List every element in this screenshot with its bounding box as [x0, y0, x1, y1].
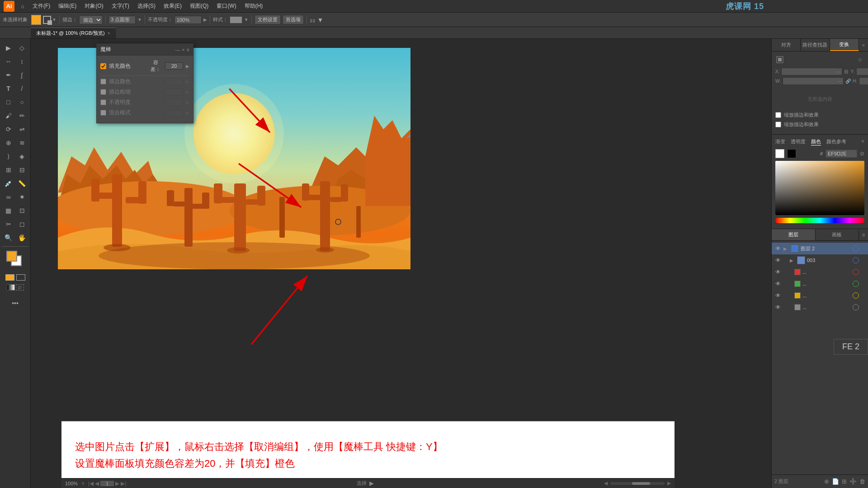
layers-panel-menu[interactable]: ≡	[859, 229, 868, 240]
stroke-color-checkbox[interactable]	[100, 79, 106, 84]
ellipse-tool[interactable]: ○	[16, 96, 28, 108]
symbol-tool[interactable]: ✷	[16, 191, 28, 203]
layer-target[interactable]	[853, 292, 859, 299]
gradient-tab[interactable]: 渐变	[775, 138, 785, 145]
layers-tab[interactable]: 图层	[772, 229, 816, 240]
chart-tool[interactable]: ⊟	[16, 164, 28, 176]
expand-arrow[interactable]: ▶	[790, 258, 795, 263]
layer-target[interactable]	[853, 245, 859, 252]
align-tab[interactable]: 对齐	[772, 39, 801, 51]
scroll-right-btn[interactable]: ▶	[667, 480, 671, 486]
stroke-weight-input[interactable]	[165, 89, 183, 96]
transform-tab[interactable]: 变换	[830, 39, 859, 51]
scale-tool[interactable]: ⊕	[2, 136, 15, 149]
menu-window[interactable]: 窗口(W)	[213, 1, 240, 11]
foreground-color-swatch[interactable]	[6, 251, 17, 262]
x-input[interactable]	[781, 68, 842, 75]
blend-mode-input[interactable]	[165, 109, 183, 117]
hue-slider[interactable]	[775, 218, 864, 223]
stroke-tolerance-input[interactable]	[165, 78, 183, 85]
type-tool[interactable]: T	[2, 82, 15, 95]
opacity-arrow[interactable]: ▶	[203, 17, 207, 22]
fill-color-checkbox[interactable]	[100, 63, 106, 69]
blend-tool[interactable]: ∞	[2, 191, 15, 203]
expand-arrow[interactable]: ▶	[783, 246, 789, 251]
brush-style-arrow[interactable]: ▼	[137, 17, 142, 22]
style-swatch[interactable]	[230, 16, 242, 23]
white-swatch[interactable]	[775, 149, 784, 158]
nav-first[interactable]: |◀	[88, 480, 94, 487]
fill-color-swatch[interactable]	[31, 15, 41, 25]
transparency-tab[interactable]: 透明度	[791, 138, 806, 145]
touch-type-tool[interactable]: ↕	[16, 55, 28, 68]
scale-strokes-checkbox[interactable]	[775, 112, 781, 118]
eye-icon[interactable]: 👁	[774, 268, 782, 276]
warp-tool[interactable]: ≋	[16, 136, 28, 149]
measure-tool[interactable]: 📏	[16, 177, 28, 190]
fill-indicator[interactable]	[5, 274, 14, 281]
fill-tolerance-input[interactable]	[165, 62, 183, 70]
panel-menu-btn[interactable]: ≡	[187, 47, 189, 52]
artboard-tool[interactable]: ⊡	[16, 204, 28, 217]
menu-text[interactable]: 文字(T)	[108, 1, 133, 11]
pencil-tool[interactable]: ✏	[16, 109, 28, 122]
eraser-tool[interactable]: ◻	[16, 218, 28, 230]
direct-select-tool[interactable]: ◇	[16, 42, 28, 54]
home-icon[interactable]: ⌂	[17, 1, 28, 12]
layer-item[interactable]: 👁 ▶ 图层 2	[772, 243, 868, 254]
layer-item[interactable]: 👁 ...	[772, 290, 868, 301]
opacity-input[interactable]	[165, 99, 183, 106]
none-indicator[interactable]: ∅	[16, 284, 24, 291]
stroke-indicator[interactable]: ▼	[43, 16, 57, 24]
reflect-tool[interactable]: ⇌	[16, 123, 28, 136]
pathfinder-tab[interactable]: 路径查找器	[801, 39, 830, 51]
line-tool[interactable]: /	[16, 82, 28, 95]
y-input[interactable]	[856, 68, 868, 75]
layer-item[interactable]: 👁 ...	[772, 278, 868, 290]
free-transform-tool[interactable]: ◈	[16, 150, 28, 163]
nav-next[interactable]: ▶	[115, 480, 119, 487]
rect-tool[interactable]: □	[2, 96, 15, 108]
curvature-tool[interactable]: ∫	[16, 69, 28, 81]
zoom-tool[interactable]: 🔍	[2, 231, 15, 244]
layer-target[interactable]	[853, 281, 859, 287]
color-guide-tab[interactable]: 颜色参考	[826, 138, 846, 145]
h-input[interactable]	[859, 77, 868, 85]
color-panel-menu[interactable]: ≡	[862, 138, 864, 145]
tab-close-btn[interactable]: ×	[108, 31, 110, 36]
width-tool[interactable]: ⟩	[2, 150, 15, 163]
eye-icon[interactable]: 👁	[774, 245, 782, 252]
menu-view[interactable]: 视图(Q)	[186, 1, 212, 11]
color-tab[interactable]: 颜色	[811, 138, 821, 145]
eye-icon[interactable]: 👁	[774, 257, 782, 264]
menu-effect[interactable]: 效果(E)	[160, 1, 185, 11]
column-graph-tool[interactable]: ▦	[2, 204, 15, 217]
artboard-tab[interactable]: 画板	[816, 229, 859, 240]
new-sublayer-icon[interactable]: 📄	[832, 478, 839, 485]
eyedropper-tool[interactable]: 💉	[2, 177, 15, 190]
play-btn[interactable]: ▶	[369, 480, 374, 487]
opacity-checkbox[interactable]	[100, 99, 106, 105]
layer-item[interactable]: 👁 ...	[772, 266, 868, 278]
new-artboard-icon[interactable]: ⊞	[842, 478, 847, 485]
nav-prev[interactable]: ◀	[95, 480, 99, 487]
select-tool[interactable]: ▶	[2, 42, 15, 54]
hex-input[interactable]	[826, 150, 857, 158]
page-number-input[interactable]	[100, 481, 114, 486]
color-options-icon[interactable]: ⊘	[860, 150, 864, 157]
menu-select[interactable]: 选择(S)	[134, 1, 159, 11]
new-layer-icon[interactable]: ➕	[849, 478, 857, 485]
delete-layer-icon[interactable]: 🗑	[859, 478, 865, 485]
stroke-weight-checkbox[interactable]	[100, 89, 106, 95]
layer-target[interactable]	[853, 304, 859, 310]
panel-close-btn[interactable]: ×	[182, 47, 184, 52]
eye-icon[interactable]: 👁	[774, 304, 782, 311]
pen-tool[interactable]: ✒	[2, 69, 15, 81]
scroll-left-btn[interactable]: ◀	[604, 480, 608, 486]
zoom-display[interactable]: 100%	[65, 481, 78, 486]
black-swatch[interactable]	[787, 149, 796, 158]
stroke-indicator[interactable]	[16, 274, 25, 281]
doc-settings-btn[interactable]: 文档设置	[255, 15, 281, 24]
transform-tool[interactable]: ↔	[2, 55, 15, 68]
nav-last[interactable]: ▶|	[121, 480, 126, 487]
